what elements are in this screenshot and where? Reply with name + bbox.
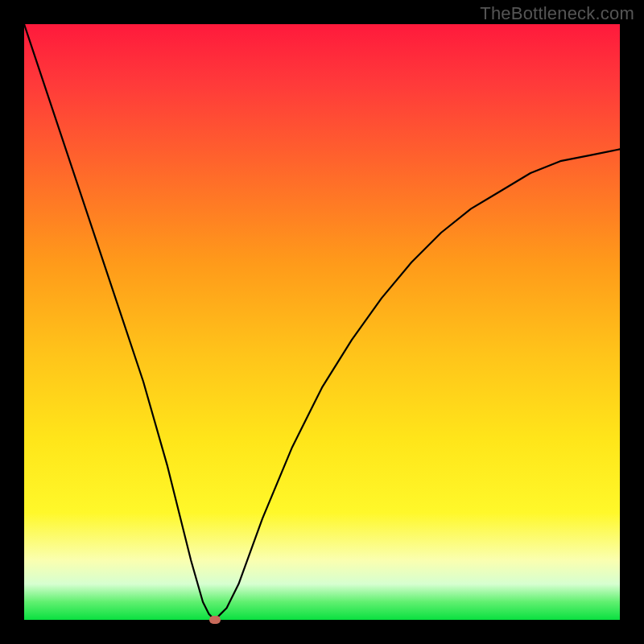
optimal-point-marker [209, 616, 221, 624]
bottleneck-curve [24, 24, 620, 620]
chart-frame: TheBottleneck.com [0, 0, 644, 644]
watermark-text: TheBottleneck.com [480, 3, 634, 24]
plot-area [24, 24, 620, 620]
